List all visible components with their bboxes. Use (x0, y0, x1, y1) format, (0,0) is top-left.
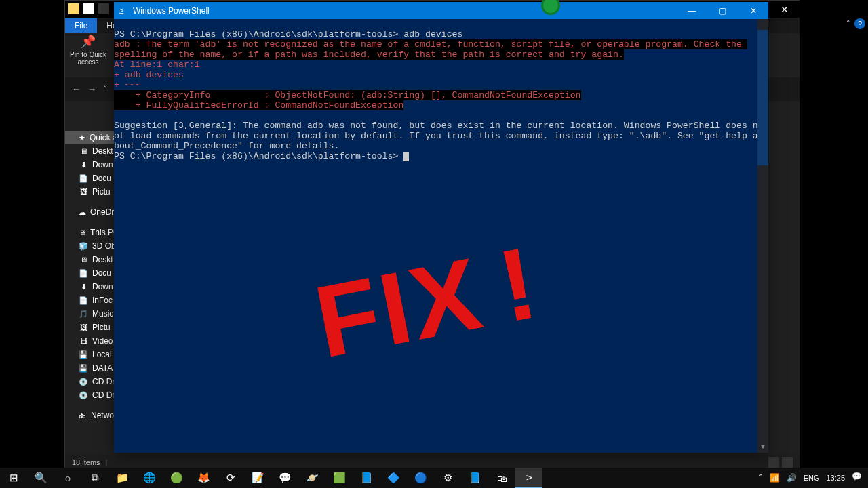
wifi-icon[interactable]: 📶 (770, 473, 780, 483)
taskbar-code[interactable]: 📘 (353, 468, 380, 488)
taskbar-app4[interactable]: 📘 (461, 468, 488, 488)
taskbar-edge[interactable]: 🌐 (136, 468, 163, 488)
taskbar-store[interactable]: 🛍 (488, 468, 515, 488)
sidebar-icon: ⬇ (79, 160, 88, 169)
sidebar-icon: 💿 (79, 377, 88, 386)
ps-error-line: + ~~~ (114, 80, 141, 90)
taskbar-app1[interactable]: 🔷 (380, 468, 407, 488)
qat-doc-icon[interactable] (83, 3, 94, 14)
sidebar-icon: 💾 (79, 363, 88, 373)
ps-error-line: At line:1 char:1 (114, 60, 200, 70)
taskbar-ide[interactable]: 🪐 (298, 468, 326, 488)
sidebar-item[interactable]: 📄Docu (65, 266, 114, 280)
ps-prompt: PS C:\Program Files (x86)\Android\sdk\pl… (114, 151, 403, 161)
nav-forward-icon[interactable]: → (87, 84, 96, 94)
minimize-button[interactable]: — (677, 2, 707, 19)
qat-folder-icon[interactable] (68, 3, 79, 14)
cursor (403, 152, 409, 161)
sidebar-item[interactable]: ⬇Down (65, 158, 114, 171)
ps-error-line: + CategoryInfo : ObjectNotFound: (adb:St… (114, 90, 581, 100)
sidebar-item[interactable]: 🖥Deskt (65, 253, 114, 266)
scroll-thumb[interactable] (757, 30, 768, 165)
explorer-quick-access-toolbar (64, 0, 109, 17)
taskbar: ⊞🔍○⧉📁🌐🟢🦊⟳📝💬🪐🟩📘🔷🔵⚙📘🛍≥ ˄ 📶 🔊 ENG 13:25 💬 (0, 468, 868, 488)
sidebar-item[interactable]: 🎵Music (65, 307, 114, 321)
taskbar-start[interactable]: ⊞ (0, 468, 27, 488)
taskbar-cortana[interactable]: ○ (54, 468, 81, 488)
sidebar-item[interactable]: 💾Local (65, 348, 114, 361)
status-item-count: 18 items (72, 458, 100, 466)
taskbar-app2[interactable]: 🔵 (407, 468, 434, 488)
sidebar-item[interactable]: 💾DATA (65, 361, 114, 375)
close-button[interactable]: ✕ (738, 2, 768, 19)
help-icon[interactable]: ? (854, 18, 865, 29)
sidebar-item[interactable]: 📄InFoc (65, 293, 114, 307)
qat-save-icon[interactable] (98, 3, 109, 14)
powershell-titlebar[interactable]: ≥ Windows PowerShell — ▢ ✕ (114, 2, 768, 19)
explorer-close-button[interactable]: ✕ (769, 1, 800, 18)
pc-icon: 🖥 (79, 228, 86, 237)
sidebar-icon: 📄 (79, 268, 88, 278)
network-icon: 🖧 (79, 411, 87, 420)
cloud-icon: ☁ (79, 207, 86, 217)
sidebar-item[interactable]: ⬇Down (65, 280, 114, 293)
sidebar-icon: 🧊 (79, 241, 88, 251)
sidebar-icon: 📄 (79, 296, 88, 305)
sidebar-quick-access[interactable]: ★Quick a (65, 131, 114, 144)
sidebar-icon: 🖼 (79, 323, 88, 332)
ribbon-collapse-icon[interactable]: ˄ (846, 19, 850, 28)
sidebar-item[interactable]: 💿CD Dri (65, 375, 114, 388)
scroll-down-icon[interactable]: ▼ (757, 442, 768, 453)
taskbar-note[interactable]: 📝 (244, 468, 271, 488)
sidebar-item[interactable]: 🧊3D Ob (65, 239, 114, 253)
sidebar-item[interactable]: 🖼Pictu (65, 321, 114, 334)
taskbar-taskview[interactable]: ⧉ (81, 468, 108, 488)
powershell-icon: ≥ (119, 6, 129, 16)
taskbar-firefox[interactable]: 🦊 (190, 468, 217, 488)
taskbar-app3[interactable]: ⚙ (434, 468, 461, 488)
volume-icon[interactable]: 🔊 (787, 473, 797, 483)
sidebar-icon: 🎞 (79, 336, 88, 346)
tray-overflow-icon[interactable]: ˄ (759, 473, 763, 483)
sidebar-this-pc[interactable]: 🖥This PC (65, 226, 114, 239)
powershell-title: Windows PowerShell (133, 6, 210, 16)
taskbar-explorer[interactable]: 📁 (108, 468, 136, 488)
ps-suggestion-line: ot load commands from the current locati… (114, 131, 758, 141)
view-tiles-icon[interactable] (782, 457, 793, 468)
language-indicator[interactable]: ENG (804, 474, 820, 482)
ribbon-pin-quick-access[interactable]: 📌 Pin to Quick access (64, 34, 112, 75)
explorer-sidebar: ★Quick a 🖥Deskt⬇Down📄Docu🖼Pictu ☁OneDri … (65, 128, 114, 453)
sidebar-icon: 🖼 (79, 187, 88, 197)
notifications-icon[interactable]: 💬 (852, 472, 864, 484)
maximize-button[interactable]: ▢ (707, 2, 738, 19)
sidebar-item[interactable]: 🖥Deskt (65, 144, 114, 158)
sidebar-item[interactable]: 🖼Pictu (65, 185, 114, 199)
ps-command: adb devices (403, 29, 462, 39)
ps-error-line: + adb devices (114, 70, 184, 80)
taskbar-ide2[interactable]: 🟩 (326, 468, 353, 488)
sidebar-icon: 🖥 (79, 146, 88, 156)
star-icon: ★ (79, 133, 85, 142)
taskbar-steam[interactable]: ⟳ (217, 468, 244, 488)
taskbar-ps[interactable]: ≥ (515, 468, 542, 488)
clock[interactable]: 13:25 (826, 474, 845, 482)
sidebar-item[interactable]: 💿CD Dri (65, 388, 114, 402)
explorer-tab-file[interactable]: File (65, 18, 97, 33)
pin-icon: 📌 (64, 34, 112, 49)
ps-error-line: adb : The term 'adb' is not recognized a… (114, 39, 747, 49)
sidebar-network[interactable]: 🖧Netwo (65, 409, 114, 422)
view-details-icon[interactable] (768, 457, 779, 468)
ps-prompt: PS C:\Program Files (x86)\Android\sdk\pl… (114, 29, 403, 39)
nav-back-icon[interactable]: ← (72, 84, 81, 94)
taskbar-search[interactable]: 🔍 (27, 468, 54, 488)
sidebar-item[interactable]: 📄Docu (65, 171, 114, 185)
sidebar-onedrive[interactable]: ☁OneDri (65, 205, 114, 219)
taskbar-msg[interactable]: 💬 (271, 468, 298, 488)
sidebar-icon: ⬇ (79, 282, 88, 291)
sidebar-icon: 📄 (79, 174, 88, 183)
system-tray: ˄ 📶 🔊 ENG 13:25 💬 (759, 472, 868, 484)
taskbar-chrome[interactable]: 🟢 (163, 468, 190, 488)
scrollbar[interactable]: ▲ ▼ (757, 19, 768, 453)
sidebar-item[interactable]: 🎞Video (65, 334, 114, 348)
nav-down-icon[interactable]: ˅ (103, 84, 108, 94)
